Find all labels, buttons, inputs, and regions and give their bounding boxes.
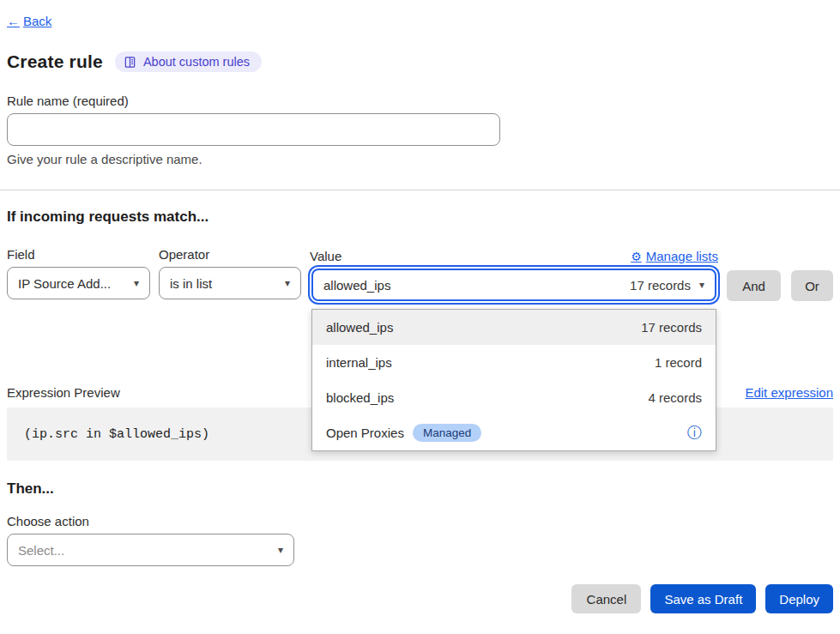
chevron-down-icon: ▾	[285, 278, 290, 288]
choose-action-label: Choose action	[7, 514, 833, 528]
operator-select-value: is in list	[170, 276, 212, 291]
list-name: Open Proxies	[326, 426, 404, 440]
action-select[interactable]: Select... ▾	[7, 534, 294, 566]
back-arrow-icon: ←	[7, 14, 20, 28]
edit-expression-link[interactable]: Edit expression	[745, 385, 833, 400]
cancel-button[interactable]: Cancel	[571, 584, 641, 613]
operator-select[interactable]: is in list ▾	[159, 267, 301, 299]
list-record-count: 17 records	[641, 320, 702, 335]
list-name: internal_ips	[326, 355, 392, 370]
action-select-placeholder: Select...	[18, 543, 64, 558]
value-dropdown-panel: allowed_ips 17 records internal_ips 1 re…	[311, 309, 716, 451]
and-button[interactable]: And	[727, 270, 781, 301]
expression-code: (ip.src in $allowed_ips)	[24, 427, 209, 442]
page-title: Create rule	[7, 51, 103, 72]
create-rule-page: ←Back Create rule About custom rules Ru	[0, 0, 840, 634]
rule-name-input[interactable]	[7, 113, 500, 146]
dropdown-item-allowed-ips[interactable]: allowed_ips 17 records	[312, 310, 716, 345]
field-label: Field	[7, 247, 150, 262]
about-badge-label: About custom rules	[143, 55, 250, 69]
rule-name-helper: Give your rule a descriptive name.	[7, 152, 833, 166]
value-select[interactable]: allowed_ips 17 records ▾	[311, 269, 716, 301]
book-icon	[124, 56, 136, 69]
dropdown-item-blocked-ips[interactable]: blocked_ips 4 records	[312, 380, 716, 415]
manage-lists-link[interactable]: ⚙Manage lists	[631, 249, 718, 263]
about-custom-rules-badge[interactable]: About custom rules	[115, 51, 262, 72]
list-name: blocked_ips	[326, 390, 394, 405]
info-icon[interactable]: ⓘ	[687, 426, 702, 440]
dropdown-item-open-proxies[interactable]: Open Proxies Managed ⓘ	[312, 415, 716, 450]
list-name: allowed_ips	[326, 320, 393, 335]
back-label: Back	[23, 14, 51, 28]
chevron-down-icon: ▾	[278, 545, 283, 555]
value-label: Value	[310, 249, 341, 263]
or-button[interactable]: Or	[791, 270, 833, 301]
section-divider	[0, 190, 840, 190]
chevron-down-icon: ▾	[699, 280, 704, 290]
back-link[interactable]: ←Back	[7, 14, 51, 28]
list-record-count: 4 records	[648, 390, 702, 405]
manage-lists-label: Manage lists	[646, 249, 718, 263]
chevron-down-icon: ▾	[134, 278, 139, 288]
operator-label: Operator	[159, 247, 301, 262]
save-as-draft-button[interactable]: Save as Draft	[650, 584, 756, 613]
field-select[interactable]: IP Source Add... ▾	[7, 267, 150, 299]
rule-name-label: Rule name (required)	[7, 94, 833, 108]
managed-badge: Managed	[413, 424, 481, 442]
list-record-count: 1 record	[655, 355, 702, 370]
value-select-records: 17 records	[630, 278, 691, 293]
deploy-button[interactable]: Deploy	[765, 584, 833, 613]
dropdown-item-internal-ips[interactable]: internal_ips 1 record	[312, 345, 716, 380]
then-section-heading: Then...	[7, 480, 833, 498]
gear-icon: ⚙	[631, 250, 642, 263]
value-select-selected: allowed_ips	[323, 278, 390, 293]
expression-preview-label: Expression Preview	[7, 385, 120, 400]
match-section-heading: If incoming requests match...	[7, 208, 833, 226]
field-select-value: IP Source Add...	[18, 276, 111, 291]
